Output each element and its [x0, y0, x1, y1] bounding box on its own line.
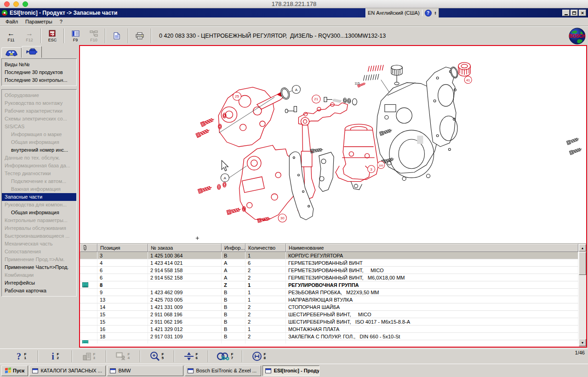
close-button[interactable]: ×: [579, 10, 586, 16]
window-icon: [32, 368, 38, 373]
sidebar-item[interactable]: внутренний номер инс...: [2, 146, 76, 154]
tester-icon: [115, 352, 126, 361]
sidebar-item[interactable]: Контрольные параметры...: [2, 217, 76, 224]
table-row[interactable]: 15 2 911 068 196 B 2 ШЕСТИРЕБЕРНЫЙ ВИНТ,…: [80, 311, 578, 318]
mac-zoom-icon[interactable]: [23, 1, 28, 7]
list-view-button[interactable]: F9: [66, 28, 85, 44]
taskbar: Пуск КАТАЛОГИ ЗАПАСНЫХ ... BMW Bosch Esi…: [0, 364, 588, 377]
sidebar-item[interactable]: Применение Прод.=>А/м.: [2, 256, 76, 263]
menu-item[interactable]: Файл: [2, 18, 22, 25]
column-header-order[interactable]: № заказа: [148, 244, 222, 252]
sidebar-item[interactable]: Общая информация: [2, 209, 76, 217]
sidebar-item[interactable]: Данные по тех. обслуж.: [2, 154, 76, 162]
svg-text:?: ?: [17, 351, 21, 361]
table-row-partial[interactable]: [80, 340, 578, 343]
print-button[interactable]: [131, 28, 149, 44]
compare-f6-button[interactable]: F6: [175, 349, 208, 363]
hub-f8-button[interactable]: F8: [243, 349, 276, 363]
sidebar-item[interactable]: Последние 30 контрольн...: [2, 76, 76, 84]
pump-housing-part: [198, 145, 296, 223]
window-title-bar: ESI[tronic] - Продукт -> Запасные части …: [0, 8, 588, 17]
table-row[interactable]: 18 2 917 031 109 B 2 ЗАКЛЕПКА С ПОЛУКР. …: [80, 333, 578, 340]
sidebar-item[interactable]: Важная информация: [2, 185, 76, 193]
sidebar-item[interactable]: Руководства для компон...: [2, 201, 76, 209]
scroll-up-icon[interactable]: ▲: [579, 244, 586, 251]
equipment-f3-button: F3: [73, 349, 106, 363]
table-row[interactable]: 16 1 421 329 012 B 1 МОНТАЖНАЯ ПЛАТА: [80, 326, 578, 333]
help-f1-button[interactable]: ? F1: [5, 349, 38, 363]
sidebar-item[interactable]: Руководства по монтажу: [2, 99, 76, 107]
sidebar-item[interactable]: Тестер диагностики: [2, 170, 76, 177]
mac-minimize-icon[interactable]: [13, 1, 19, 7]
table-row[interactable]: 14 1 421 331 009 B 2 СТОПОРНАЯ ШАЙБА: [80, 303, 578, 311]
column-header-position[interactable]: Позиция: [97, 244, 148, 252]
help-icon[interactable]: ?: [425, 10, 432, 17]
table-row[interactable]: 4 1 423 414 021 A 6 ГЕРМЕТЕЗИРОВАННЫЙ ВИ…: [80, 259, 578, 267]
sidebar-item[interactable]: Запасные части: [2, 193, 76, 201]
task-button[interactable]: ESI[tronic] - Продук...: [263, 366, 320, 376]
table-row[interactable]: 6 2 914 558 158 A 2 ГЕРМЕТЕЗИРОВАННЫЙ ВИ…: [80, 267, 578, 274]
back-button[interactable]: ← F11: [2, 28, 20, 44]
parts-rings-f7-button[interactable]: F7: [209, 349, 242, 363]
table-row[interactable]: 3 1 425 100 364 B 1 КОРПУС РЕГУЛЯТОРА: [80, 252, 578, 259]
ref-label-a1: A: [295, 88, 298, 92]
sidebar-item[interactable]: Схемы электрических со...: [2, 115, 76, 123]
sidebar-item[interactable]: Сопоставления: [2, 248, 76, 256]
sidebar-item[interactable]: Последние 30 продуктов: [2, 69, 76, 76]
parts-table: Позиция № заказа Инфор... Количество Наи…: [80, 243, 586, 347]
zoom-f5-button[interactable]: F5: [141, 349, 174, 363]
scroll-thumb[interactable]: [579, 252, 586, 275]
tab-vehicle[interactable]: [1, 47, 22, 58]
sidebar-item[interactable]: Рабочая карточка: [2, 287, 76, 295]
sidebar-item[interactable]: Комбинации: [2, 271, 76, 279]
list-view-icon: [72, 29, 80, 37]
minimize-button[interactable]: [562, 10, 570, 16]
car-icon: [5, 49, 18, 56]
table-scrollbar[interactable]: ▲ ▼: [578, 244, 586, 347]
sidebar-item[interactable]: Общая информация: [2, 138, 76, 146]
sidebar-item[interactable]: Применение Часть=>Прод.: [2, 263, 76, 271]
table-row[interactable]: 13 2 425 703 005 B 1 НАПРАВЛЯЮЩАЯ ВТУЛКА: [80, 296, 578, 303]
menu-item[interactable]: Параметры: [22, 18, 56, 25]
info-icon: i: [50, 351, 56, 361]
sidebar-item[interactable]: Механическая часть: [2, 240, 76, 248]
menu-item[interactable]: ?: [56, 18, 66, 25]
sidebar-item[interactable]: Рабочие характеристики: [2, 107, 76, 115]
maximize-button[interactable]: [571, 10, 578, 16]
column-header-info[interactable]: Инфор...: [222, 244, 245, 252]
sidebar-item[interactable]: Информация о марке: [2, 131, 76, 138]
sidebar-item[interactable]: Интерфейсы: [2, 279, 76, 287]
mac-close-icon[interactable]: [4, 1, 10, 7]
start-button[interactable]: Пуск: [1, 366, 28, 376]
table-row[interactable]: 8 Z 1 РЕГУЛИРОВОЧНАЯ ГРУППА: [80, 281, 578, 289]
document-button[interactable]: [108, 28, 126, 44]
sidebar-item[interactable]: Оборудование: [2, 91, 76, 99]
language-bar-handle[interactable]: ▲▼: [434, 11, 437, 15]
sidebar-item[interactable]: Интервалы обслуживания: [2, 224, 76, 232]
sidebar-item[interactable]: Виды №№: [2, 61, 76, 69]
column-header-clip[interactable]: [80, 244, 97, 252]
tab-component[interactable]: [22, 46, 42, 58]
language-indicator[interactable]: EN Английский (США): [368, 10, 420, 16]
divider: [128, 29, 129, 43]
mac-window-controls: [0, 1, 28, 7]
info-f2-button[interactable]: i F2: [39, 349, 72, 363]
table-row[interactable]: 15 2 911 062 196 B 2 ШЕСТИРЕБЕРНЫЙ ВИНТ,…: [80, 318, 578, 326]
sidebar-item[interactable]: SIS/CAS: [2, 123, 76, 131]
spring-parts: [357, 62, 385, 87]
column-header-name[interactable]: Наименование: [286, 244, 578, 252]
task-button[interactable]: Bosch EsiTronic & Zexel ...: [185, 366, 261, 376]
sidebar-item[interactable]: Быстроизнашивающиеся ...: [2, 232, 76, 240]
task-button[interactable]: КАТАЛОГИ ЗАПАСНЫХ ...: [29, 366, 106, 376]
escape-button[interactable]: ESC: [43, 28, 62, 44]
table-row[interactable]: 6 2 914 552 158 A 2 ГЕРМЕТЕЗИРОВАННЫЙ ВИ…: [80, 274, 578, 281]
mouse-cursor: [222, 160, 228, 171]
scroll-down-icon[interactable]: ▼: [579, 339, 586, 346]
sidebar-item[interactable]: Подключение к автом...: [2, 177, 76, 185]
exploded-diagram[interactable]: A A 25 21 30 3: [80, 46, 586, 243]
table-row[interactable]: 9 1 423 462 099 B 1 РЕЗЬБОВАЯ ПРОБКА, М2…: [80, 289, 578, 296]
task-button[interactable]: BMW: [107, 366, 183, 376]
column-header-qty[interactable]: Количество: [245, 244, 286, 252]
sidebar-item[interactable]: Информационная база да...: [2, 162, 76, 170]
sidebar-tabs: [1, 46, 79, 58]
